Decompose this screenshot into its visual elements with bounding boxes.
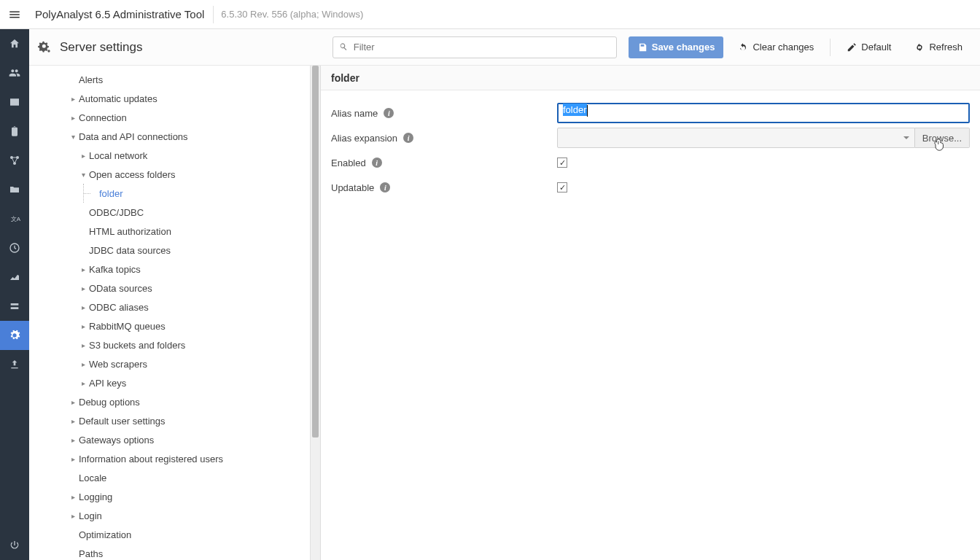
filter-input[interactable] — [332, 36, 617, 58]
page-title-wrap: Server settings — [38, 40, 142, 55]
detail-panel: folder Alias namei folder Alias expansio… — [321, 66, 980, 560]
refresh-button[interactable]: Refresh — [906, 36, 971, 58]
tree-rabbit[interactable]: ▸RabbitMQ queues — [29, 316, 310, 335]
browse-button[interactable]: Browse... — [915, 128, 970, 148]
tree-api-keys[interactable]: ▸API keys — [29, 373, 310, 392]
default-label: Default — [861, 42, 891, 52]
info-icon[interactable]: i — [384, 108, 394, 118]
storage-icon[interactable] — [0, 292, 29, 321]
detail-header: folder — [321, 66, 980, 90]
tree-folder[interactable]: folder — [29, 184, 310, 203]
tree-paths[interactable]: Paths — [29, 544, 310, 560]
alias-expansion-label: Alias expansion — [331, 133, 397, 144]
undo-icon — [738, 42, 748, 52]
tree-gateways[interactable]: ▸Gateways options — [29, 430, 310, 449]
chart-icon[interactable] — [0, 262, 29, 292]
info-icon[interactable]: i — [372, 158, 382, 168]
tree-open-access[interactable]: ▾Open access folders — [29, 165, 310, 184]
users-icon[interactable] — [0, 58, 29, 88]
default-button[interactable]: Default — [838, 36, 900, 58]
tree-s3[interactable]: ▸S3 buckets and folders — [29, 335, 310, 354]
svg-point-2 — [13, 162, 16, 165]
enabled-label: Enabled — [331, 158, 366, 168]
enabled-checkbox[interactable]: ✓ — [557, 158, 567, 168]
pencil-icon — [847, 42, 857, 52]
power-icon[interactable] — [0, 531, 29, 560]
card-icon[interactable] — [0, 88, 29, 117]
tree-local-network[interactable]: ▸Local network — [29, 146, 310, 165]
svg-text:文A: 文A — [11, 216, 20, 222]
tree-reg-users[interactable]: ▸Information about registered users — [29, 449, 310, 468]
tree-scrollbar[interactable] — [310, 66, 320, 560]
language-icon[interactable]: 文A — [0, 204, 29, 233]
gears-icon — [38, 40, 52, 55]
home-icon[interactable] — [0, 29, 29, 58]
updatable-checkbox[interactable]: ✓ — [557, 182, 567, 192]
refresh-icon — [914, 42, 925, 52]
settings-icon[interactable] — [0, 321, 29, 350]
tree-logging[interactable]: ▸Logging — [29, 487, 310, 506]
schedule-icon[interactable] — [0, 233, 29, 262]
tree-debug[interactable]: ▸Debug options — [29, 392, 310, 411]
tree-optimization[interactable]: Optimization — [29, 525, 310, 544]
app-title: PolyAnalyst 6.5 Administrative Tool — [29, 8, 204, 20]
tree-odbc-alias[interactable]: ▸ODBC aliases — [29, 298, 310, 316]
search-icon — [338, 42, 349, 52]
tree-kafka[interactable]: ▸Kafka topics — [29, 260, 310, 279]
toolbar: Server settings Save changes Clear chang… — [29, 29, 980, 66]
titlebar: PolyAnalyst 6.5 Administrative Tool 6.5.… — [0, 0, 980, 29]
tree-html-auth[interactable]: HTML authorization — [29, 222, 310, 241]
tree-connection[interactable]: ▸Connection — [29, 108, 310, 127]
page-title: Server settings — [60, 40, 142, 55]
tree-locale[interactable]: Locale — [29, 468, 310, 487]
alias-name-input[interactable]: folder — [557, 103, 970, 123]
tree-web-scrapers[interactable]: ▸Web scrapers — [29, 354, 310, 373]
tree-data-api[interactable]: ▾Data and API connections — [29, 127, 310, 146]
clipboard-icon[interactable] — [0, 117, 29, 146]
hamburger-menu-icon[interactable] — [0, 0, 29, 29]
clear-label: Clear changes — [752, 42, 814, 52]
upload-icon[interactable] — [0, 350, 29, 379]
tree-auto-updates[interactable]: ▸Automatic updates — [29, 89, 310, 108]
info-icon[interactable]: i — [380, 182, 390, 192]
network-icon[interactable] — [0, 146, 29, 175]
save-button[interactable]: Save changes — [629, 36, 724, 58]
folder-icon[interactable] — [0, 175, 29, 204]
clear-button[interactable]: Clear changes — [729, 36, 822, 58]
info-icon[interactable]: i — [403, 133, 413, 143]
alias-name-label: Alias name — [331, 108, 378, 119]
separator — [830, 39, 831, 56]
alias-expansion-combo[interactable] — [557, 128, 915, 148]
app-version: 6.5.30 Rev. 556 (alpha; Windows) — [213, 6, 363, 23]
scrollbar-thumb[interactable] — [312, 66, 319, 438]
tree-jdbc-ds[interactable]: JDBC data sources — [29, 241, 310, 260]
filter-wrap — [332, 36, 617, 58]
tree-login[interactable]: ▸Login — [29, 506, 310, 525]
tree-panel: Alerts ▸Automatic updates ▸Connection ▾D… — [29, 66, 321, 560]
icon-sidebar: 文A — [0, 29, 29, 560]
chevron-down-icon — [903, 134, 910, 141]
tree-odbc-jdbc[interactable]: ODBC/JDBC — [29, 203, 310, 222]
save-label: Save changes — [652, 42, 715, 52]
updatable-label: Updatable — [331, 182, 374, 193]
save-icon — [637, 42, 648, 52]
tree-odata[interactable]: ▸OData sources — [29, 279, 310, 298]
tree-default-user[interactable]: ▸Default user settings — [29, 411, 310, 430]
tree-alerts[interactable]: Alerts — [29, 70, 310, 89]
refresh-label: Refresh — [929, 42, 962, 52]
